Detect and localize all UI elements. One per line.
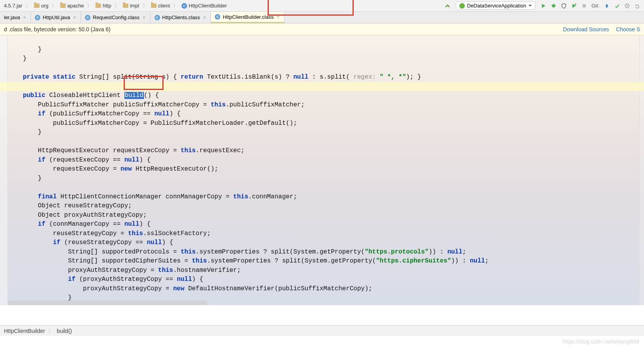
code-text: .publicSuffixMatcher;	[226, 101, 305, 108]
code-text: HttpRequestExecutor requestExecCopy =	[8, 147, 181, 154]
chevron-down-icon	[529, 5, 532, 7]
code-text: String[] split(String s) {	[79, 74, 180, 81]
code-kw: if	[8, 239, 64, 246]
folder-icon	[60, 4, 66, 8]
git-commit-button[interactable]	[613, 2, 621, 10]
code-text: String[] supportedCipherSuites =	[8, 257, 192, 264]
horizontal-scrollbar[interactable]	[8, 300, 207, 305]
close-icon[interactable]: ×	[276, 14, 280, 20]
tab-label: RequestConfig.class	[93, 14, 139, 20]
code-content: } } private static String[] split(String…	[8, 35, 640, 305]
debug-button[interactable]	[549, 2, 558, 10]
code-text: TextUtils.isBlank(s) ?	[207, 74, 293, 81]
breadcrumb-http[interactable]: http	[94, 2, 113, 9]
breadcrumb-label: http	[103, 3, 111, 9]
code-string: "https.protocols"	[365, 248, 428, 255]
code-line: }	[8, 46, 41, 53]
code-text: .connManager;	[248, 193, 297, 200]
breadcrumb-label: HttpClientBuilder	[189, 3, 227, 9]
build-icon[interactable]	[443, 2, 452, 10]
code-string: "https.cipherSuites"	[376, 257, 451, 264]
code-text: ;	[462, 248, 466, 255]
code-text: proxyAuthStrategyCopy =	[8, 285, 173, 292]
git-label: Git:	[592, 3, 599, 9]
code-line: Object proxyAuthStrategyCopy;	[8, 212, 147, 219]
code-text: reuseStrategyCopy =	[8, 230, 128, 237]
choose-sources-link[interactable]: Choose S	[616, 26, 640, 32]
code-text: ;	[485, 257, 489, 264]
folder-icon	[151, 4, 157, 8]
breadcrumb: 4.5.7.jar 〉 org 〉 apache 〉 http 〉 impl 〉…	[2, 2, 228, 9]
code-kw: this	[233, 193, 248, 200]
close-icon[interactable]: ×	[72, 15, 77, 20]
git-history-button[interactable]	[623, 2, 631, 10]
run-config-label: DeDataServiceApplication	[467, 3, 526, 9]
code-text: (requestExecCopy ==	[49, 156, 124, 164]
chevron-right-icon: 〉	[113, 2, 121, 9]
profile-button[interactable]	[570, 2, 578, 10]
code-text: .hostnameVerifier;	[173, 267, 241, 274]
code-text: HttpClientConnectionManager connManagerC…	[60, 193, 233, 200]
code-text: ) {	[139, 156, 151, 164]
code-kw: this	[181, 248, 196, 255]
chevron-right-icon: 〉	[142, 2, 149, 9]
close-icon[interactable]: ×	[22, 15, 27, 20]
code-line: Object reuseStrategyCopy;	[8, 202, 132, 209]
breadcrumb-jar[interactable]: 4.5.7.jar	[2, 2, 24, 9]
structure-breadcrumb: HttpClientBuilder 〉 build()	[0, 325, 644, 336]
code-text: PublicSuffixMatcher publicSuffixMatcherC…	[8, 101, 210, 108]
tab-label: HttpClientBuilder.class	[223, 14, 273, 20]
code-editor[interactable]: } } private static String[] split(String…	[0, 35, 644, 305]
code-line: publicSuffixMatcherCopy = PublicSuffixMa…	[8, 120, 297, 127]
download-sources-link[interactable]: Download Sources	[563, 26, 609, 32]
breadcrumb-client[interactable]: client	[149, 2, 171, 9]
editor-tabs: ler.java × C HttpUtil.java × C RequestCo…	[0, 12, 644, 23]
chevron-right-icon: 〉	[51, 2, 58, 9]
svg-line-2	[552, 5, 552, 5]
close-icon[interactable]: ×	[142, 15, 146, 20]
code-text: : s.split(	[312, 74, 354, 81]
breadcrumb-impl[interactable]: impl	[121, 2, 141, 9]
close-icon[interactable]: ×	[202, 15, 207, 20]
run-button[interactable]	[539, 2, 548, 10]
tab-requestconfig-class[interactable]: C RequestConfig.class ×	[81, 12, 150, 23]
breadcrumb-org[interactable]: org	[32, 2, 50, 9]
infobar-text: d .class file, bytecode version: 50.0 (J…	[4, 26, 110, 32]
code-text: DefaultHostnameVerifier(publicSuffixMatc…	[188, 285, 372, 292]
watermark: https://blog.csdn.net/wlyang666	[563, 338, 639, 345]
code-kw: this	[210, 101, 225, 108]
breadcrumb-class[interactable]: C HttpClientBuilder	[180, 2, 228, 9]
tab-httpclients-class[interactable]: C HttpClients.class ×	[151, 12, 211, 23]
folder-icon	[95, 4, 101, 8]
code-text: .systemProperties ? split(System.getProp…	[207, 257, 376, 264]
breadcrumb-label: 4.5.7.jar	[4, 3, 22, 9]
breadcrumb-apache[interactable]: apache	[59, 2, 86, 9]
tab-ler-java[interactable]: ler.java ×	[0, 12, 31, 23]
code-kw: null	[470, 257, 485, 264]
git-update-button[interactable]	[603, 2, 611, 10]
svg-rect-5	[583, 4, 586, 7]
java-icon: C	[35, 15, 40, 20]
code-text: (publicSuffixMatcherCopy ==	[49, 110, 155, 117]
tab-httputil-java[interactable]: C HttpUtil.java ×	[31, 12, 81, 23]
code-kw: if	[8, 156, 49, 164]
code-kw: private static	[8, 74, 79, 81]
tab-label: ler.java	[4, 14, 20, 20]
tab-label: HttpUtil.java	[43, 14, 70, 20]
code-text: String[] supportedProtocols =	[8, 248, 181, 255]
code-string: " *, *"	[380, 74, 406, 81]
run-configuration-dropdown[interactable]: DeDataServiceApplication	[456, 2, 535, 10]
code-line: }	[8, 129, 41, 136]
code-text: .sslSocketFactory;	[143, 230, 211, 237]
code-kw: null	[147, 239, 162, 246]
editor-gutter	[0, 35, 8, 305]
code-kw: new	[121, 165, 135, 173]
stop-button[interactable]	[580, 2, 588, 10]
coverage-button[interactable]	[559, 2, 568, 10]
code-kw: this	[181, 147, 196, 154]
tab-httpclientbuilder-class[interactable]: C HttpClientBuilder.class ×	[211, 12, 284, 23]
breadcrumb-label: impl	[130, 3, 139, 9]
git-revert-button[interactable]	[633, 2, 642, 10]
crumb-class[interactable]: HttpClientBuilder	[4, 328, 45, 334]
crumb-method[interactable]: build()	[57, 328, 72, 334]
